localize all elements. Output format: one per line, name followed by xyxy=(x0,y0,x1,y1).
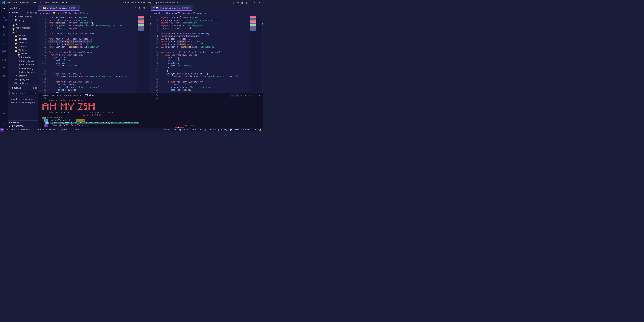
tab-example-ts[interactable]: ✕ TS exampleTS-classic.ts examples xyxy=(151,5,193,11)
tree-item[interactable]: ▣.npmignore xyxy=(8,78,38,81)
activity-testing-icon[interactable] xyxy=(0,65,8,72)
layout-toggle-secondary-icon[interactable]: ◨ xyxy=(241,1,244,4)
js-file-icon: JS xyxy=(44,7,46,9)
problems-panel: ▾ PROBLEMS ⊟≣ ⌕ No problems have been de… xyxy=(8,86,38,105)
debug-rerun-icon[interactable]: ↻ xyxy=(139,7,141,9)
activity-docker-icon[interactable] xyxy=(0,23,8,30)
new-terminal-icon[interactable]: ＋ xyxy=(241,94,243,97)
tab-close-icon[interactable]: ✕ xyxy=(153,7,155,9)
status-branch[interactable]: ⎇at/next/v3.32.16/v0.0.0* xyxy=(4,128,31,131)
status-watch[interactable]: ◷Watch xyxy=(60,128,70,131)
tree-item[interactable]: { }new-missing... xyxy=(8,66,38,70)
status-problems[interactable]: ⊘0 ⚠0 xyxy=(36,128,48,131)
breadcrumbs-left[interactable]: examples› JS exampleJS-classic.js› ▢ Use… xyxy=(38,11,150,16)
layout-toggle-panel-icon[interactable]: ▭ xyxy=(236,1,239,4)
terminal-content[interactable]: † Scientia es lux principium ✨ ™ ▄▄▄ ▄ ▄… xyxy=(38,98,263,128)
status-feedback-icon[interactable]: ☻ xyxy=(253,128,258,131)
split-editor-icon[interactable]: ◫ xyxy=(143,7,145,9)
status-valet[interactable]: ⚐Valet xyxy=(70,128,80,131)
activity-settings-icon[interactable] xyxy=(0,120,8,128)
tree-item[interactable]: { }Pop-N-Lock.... xyxy=(8,55,38,59)
menu-edit[interactable]: Edit xyxy=(12,1,18,4)
maximize-panel-icon[interactable]: ˄ xyxy=(256,94,257,96)
activity-explorer-icon[interactable] xyxy=(0,6,8,14)
status-bell-icon[interactable]: 🔔 xyxy=(258,128,263,131)
section-timeline[interactable]: ▸ TIMELINE xyxy=(8,120,38,124)
status-encoding[interactable]: UTF-8 xyxy=(189,128,198,131)
panel-tab-debug-console[interactable]: DEBUG CONSOLE xyxy=(64,94,81,96)
menu-go[interactable]: Go xyxy=(38,1,43,4)
tab-example-js[interactable]: ✕ JS exampleJS-classic.js examples xyxy=(38,5,80,11)
tree-item[interactable]: ▸ 📁syntaxes xyxy=(8,44,38,48)
tab-close-icon[interactable]: ✕ xyxy=(40,7,42,9)
activity-github-actions-icon[interactable] xyxy=(0,31,8,38)
menu-view[interactable]: View xyxy=(30,1,38,4)
close-panel-icon[interactable]: ✕ xyxy=(259,94,260,96)
tree-item[interactable]: ▸ 📁resources xyxy=(8,40,38,44)
tree-item[interactable]: { }old-colours.j... xyxy=(8,70,38,74)
tree-item[interactable]: ▾ 📁src xyxy=(8,30,38,33)
tree-item[interactable]: ◆.gitignore xyxy=(8,74,38,78)
chevron-down-icon[interactable]: ▾ xyxy=(10,12,10,14)
activity-account-icon[interactable] xyxy=(0,111,8,118)
tree-item[interactable]: ▾ 📁themes xyxy=(8,48,38,52)
refresh-icon[interactable]: ⟳ xyxy=(33,12,34,14)
menu-file[interactable]: File xyxy=(6,1,12,4)
layout-customize-icon[interactable]: ▦ xyxy=(245,1,248,4)
status-spaces[interactable]: Spaces: 2 xyxy=(178,128,189,131)
status-language[interactable]: { } JavaScript (Luxcium) xyxy=(203,128,228,131)
activity-live-share-icon[interactable] xyxy=(0,73,8,80)
split-terminal-icon[interactable]: ◫ xyxy=(248,94,250,96)
status-golive[interactable]: 📡Go Live xyxy=(228,128,241,131)
collapse-all-icon[interactable]: ⊟ xyxy=(35,12,37,14)
tree-item[interactable]: { }Pop-N-Lock.... xyxy=(8,59,38,63)
activity-remote-explorer-icon[interactable] xyxy=(0,56,8,64)
view-as-list-icon[interactable]: ≣ xyxy=(35,87,37,89)
menu-selection[interactable]: Selection xyxy=(18,1,30,4)
activity-source-control-icon[interactable]: 7 xyxy=(0,14,8,22)
status-prettier[interactable]: ✓Prettier xyxy=(241,128,253,131)
panel-tab-gitlens[interactable]: GITLENS xyxy=(52,94,61,96)
more-actions-icon[interactable]: ⋯ xyxy=(147,7,149,9)
collapse-icon[interactable]: ⊟ xyxy=(33,87,34,89)
new-folder-icon[interactable]: 🗀 xyxy=(30,12,32,14)
window-minimize-icon[interactable]: — xyxy=(250,1,252,4)
status-sync[interactable]: ⟳ xyxy=(31,128,36,131)
tree-item[interactable]: ▸ 📁assets xyxy=(8,52,38,55)
new-file-icon[interactable]: 🗎 xyxy=(27,12,29,14)
menu-help[interactable]: Help xyxy=(61,1,68,4)
window-close-icon[interactable]: ✕ xyxy=(258,1,261,4)
panel-tab-terminal[interactable]: TERMINAL xyxy=(85,94,95,97)
terminal-dropdown-icon[interactable]: ▾ xyxy=(245,94,246,96)
breadcrumbs-right[interactable]: examples› TS exampleTS-classic.ts› ▢ mon… xyxy=(151,11,263,16)
tree-item[interactable]: ▸ 📁languages xyxy=(8,37,38,40)
run-icon[interactable]: ▷ xyxy=(135,7,137,9)
explorer-more-icon[interactable]: ⋯ xyxy=(34,7,36,9)
status-eol[interactable]: LF xyxy=(198,128,203,131)
tree-item[interactable]: ▸ 📁backup xyxy=(8,33,38,37)
code-right[interactable]: import { Router } from 'express'; import… xyxy=(160,16,250,92)
status-gitgraph[interactable]: Git Graph xyxy=(48,128,60,131)
filter-icon[interactable]: ⌕ xyxy=(34,92,36,94)
terminal-shell-selector[interactable]: ❯_zsh xyxy=(230,94,239,97)
menu-run[interactable]: Run xyxy=(43,1,50,4)
minimap-left[interactable] xyxy=(137,16,150,92)
menu-terminal[interactable]: Terminal xyxy=(50,1,61,4)
minimap-right[interactable] xyxy=(250,16,263,92)
window-maximize-icon[interactable]: ☐ xyxy=(254,1,256,4)
activity-debug-icon[interactable] xyxy=(0,40,8,47)
chevron-down-icon[interactable]: ▾ xyxy=(10,87,10,89)
tab-dirname: examples xyxy=(182,7,190,9)
status-cursor[interactable]: Ln 10, Col 14 xyxy=(163,128,178,131)
kill-terminal-icon[interactable]: 🗑 xyxy=(252,94,254,96)
activity-extensions-icon[interactable] xyxy=(0,48,8,55)
tree-item[interactable]: ▣.prettierrc xyxy=(8,81,38,85)
layout-toggle-primary-icon[interactable]: ◧ xyxy=(232,1,235,4)
tree-item[interactable]: { }Pop-N-Lock.t... xyxy=(8,63,38,66)
problems-filter-input[interactable] xyxy=(10,91,37,95)
code-left[interactable]: const express = require('express'); cons… xyxy=(47,16,137,92)
section-npm-scripts[interactable]: ▸ NPM SCRIPTS xyxy=(8,124,38,128)
tree-item[interactable]: 🖼social-media-i... xyxy=(8,15,38,18)
more-actions-icon[interactable]: ⋯ xyxy=(259,7,261,9)
remote-indicator[interactable]: ⇋ xyxy=(0,128,4,132)
